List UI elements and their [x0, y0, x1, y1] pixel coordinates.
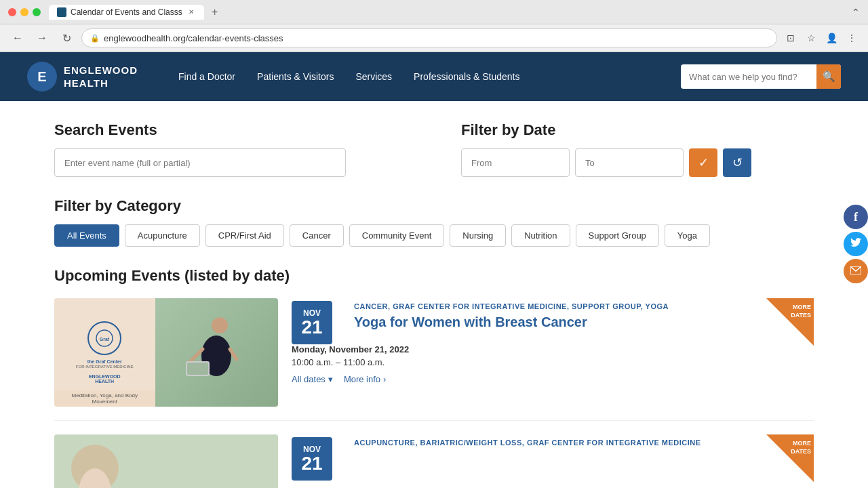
- nav-services[interactable]: Services: [355, 71, 392, 82]
- browser-titlebar: Calendar of Events and Classs ✕ + ⌃: [0, 0, 868, 24]
- more-dates-badge-2[interactable]: MORE DATES: [766, 434, 814, 482]
- event-details-2: NOV 21 ACUPUNCTURE, BARIATRIC/WEIGHT LOS…: [292, 434, 814, 488]
- svg-rect-7: [187, 363, 208, 375]
- new-tab-button[interactable]: +: [207, 4, 223, 20]
- check-icon: ✓: [698, 155, 709, 170]
- svg-line-4: [189, 349, 203, 363]
- dot-green[interactable]: [33, 8, 41, 16]
- browser-dots: [8, 8, 41, 16]
- browser-nav: ← → ↻ 🔒 englewoodhealth.org/calendar-eve…: [0, 24, 868, 52]
- event-date-badge: NOV 21: [292, 301, 332, 344]
- chevron-down-icon: ▾: [328, 374, 333, 384]
- graf-subtitle: FOR INTEGRATIVE MEDICINE: [76, 365, 134, 369]
- graf-logo-circle: Graf: [87, 321, 121, 355]
- header-search-button[interactable]: 🔍: [816, 64, 841, 89]
- category-buttons: All Events Acupuncture CPR/First Aid Can…: [54, 224, 814, 247]
- email-button[interactable]: [844, 259, 868, 283]
- twitter-button[interactable]: [844, 232, 868, 256]
- search-events-title: Search Events: [54, 121, 407, 139]
- event-image-right: [155, 298, 279, 407]
- logo-icon: E: [27, 62, 57, 92]
- event-name[interactable]: Yoga for Women with Breast Cancer: [354, 314, 814, 330]
- badge-day-2: 21: [301, 454, 322, 473]
- address-text: englewoodhealth.org/calendar-events-clas…: [104, 33, 283, 43]
- date-from-input[interactable]: [461, 148, 570, 177]
- event-time-text: 10:00 a.m. – 11:00 a.m.: [292, 357, 814, 367]
- cast-icon[interactable]: ⊡: [783, 30, 799, 46]
- logo-text: ENGLEWOOD HEALTH: [64, 64, 138, 90]
- event-image-caption: Meditation, Yoga, and Body Movement: [54, 390, 155, 407]
- date-to-input[interactable]: [575, 148, 684, 177]
- category-nutrition[interactable]: Nutrition: [511, 224, 570, 247]
- date-check-button[interactable]: ✓: [689, 148, 717, 177]
- search-events-section: Search Events: [54, 121, 407, 177]
- forward-button[interactable]: →: [33, 28, 52, 47]
- event-image: Graf the Graf Center FOR INTEGRATIVE MED…: [54, 298, 278, 407]
- tab-favicon: [57, 7, 66, 17]
- browser-tab[interactable]: Calendar of Events and Classs ✕: [49, 5, 204, 20]
- filter-date-section: Filter by Date ✓ ↺: [461, 121, 814, 177]
- tab-close-button[interactable]: ✕: [186, 7, 196, 17]
- svg-text:Graf: Graf: [100, 337, 110, 342]
- dot-red[interactable]: [8, 8, 16, 16]
- header-search[interactable]: 🔍: [681, 64, 841, 89]
- facebook-button[interactable]: f: [844, 205, 868, 229]
- page-content: Search Events Filter by Date ✓ ↺ Filter …: [41, 101, 827, 488]
- site-header: E ENGLEWOOD HEALTH Find a Doctor Patient…: [0, 52, 868, 101]
- reset-icon: ↺: [732, 155, 743, 170]
- category-cancer[interactable]: Cancer: [290, 224, 344, 247]
- filter-category-section: Filter by Category All Events Acupunctur…: [54, 197, 814, 247]
- filter-category-title: Filter by Category: [54, 197, 814, 215]
- more-info-link[interactable]: More info ›: [344, 374, 387, 384]
- category-acupuncture[interactable]: Acupuncture: [125, 224, 200, 247]
- browser-chrome: Calendar of Events and Classs ✕ + ⌃ ← → …: [0, 0, 868, 52]
- category-yoga[interactable]: Yoga: [665, 224, 710, 247]
- facebook-icon: f: [854, 210, 858, 224]
- upcoming-events-title: Upcoming Events (listed by date): [54, 267, 814, 285]
- category-nursing[interactable]: Nursing: [450, 224, 506, 247]
- site-nav: Find a Doctor Patients & Visitors Servic…: [178, 71, 681, 82]
- back-button[interactable]: ←: [8, 28, 27, 47]
- event-details: NOV 21 CANCER, GRAF CENTER FOR INTEGRATI…: [292, 298, 814, 407]
- chevron-right-icon: ›: [383, 374, 386, 384]
- nav-patients-visitors[interactable]: Patients & Visitors: [257, 71, 334, 82]
- mail-icon: [850, 265, 861, 277]
- reload-button[interactable]: ↻: [57, 28, 76, 47]
- address-bar[interactable]: 🔒 englewoodhealth.org/calendar-events-cl…: [81, 28, 777, 47]
- header-search-input[interactable]: [681, 72, 816, 82]
- more-dates-text-2: MORE DATES: [791, 440, 811, 455]
- search-icon: 🔍: [823, 70, 835, 83]
- category-community-event[interactable]: Community Event: [349, 224, 445, 247]
- nav-right-icons: ⊡ ☆ 👤 ⋮: [783, 30, 860, 46]
- tab-title: Calendar of Events and Classs: [71, 7, 182, 17]
- filter-date-title: Filter by Date: [461, 121, 814, 139]
- event-card: Graf the Graf Center FOR INTEGRATIVE MED…: [54, 298, 814, 421]
- search-events-input[interactable]: [54, 148, 346, 177]
- bookmark-icon[interactable]: ☆: [803, 30, 819, 46]
- category-support-group[interactable]: Support Group: [576, 224, 659, 247]
- event-links: All dates ▾ More info ›: [292, 374, 814, 384]
- event-tags-2: ACUPUNCTURE, BARIATRIC/WEIGHT LOSS, GRAF…: [354, 437, 814, 447]
- graf-center-text: the Graf Center: [87, 359, 122, 365]
- event-card-2: NOV 21 ACUPUNCTURE, BARIATRIC/WEIGHT LOS…: [54, 434, 814, 488]
- svg-point-2: [212, 317, 228, 333]
- event-date-text: Monday, November 21, 2022: [292, 344, 814, 354]
- logo-area[interactable]: E ENGLEWOOD HEALTH: [27, 62, 138, 92]
- more-dates-badge[interactable]: MORE DATES: [766, 298, 814, 346]
- nav-professionals-students[interactable]: Professionals & Students: [414, 71, 519, 82]
- dot-yellow[interactable]: [20, 8, 28, 16]
- minimize-icon[interactable]: ⌃: [852, 7, 860, 18]
- event-tags: CANCER, GRAF CENTER FOR INTEGRATIVE MEDI…: [354, 301, 814, 310]
- profile-icon[interactable]: 👤: [823, 30, 840, 46]
- more-dates-text: MORE DATES: [791, 304, 811, 319]
- person-image: [155, 298, 279, 407]
- all-dates-link[interactable]: All dates ▾: [292, 374, 333, 384]
- more-options-icon[interactable]: ⋮: [844, 30, 860, 46]
- filter-row: Search Events Filter by Date ✓ ↺: [54, 121, 814, 177]
- category-all-events[interactable]: All Events: [54, 224, 119, 247]
- event-image-2: [54, 434, 278, 488]
- date-reset-button[interactable]: ↺: [723, 148, 751, 177]
- category-cpr-first-aid[interactable]: CPR/First Aid: [205, 224, 284, 247]
- nav-find-doctor[interactable]: Find a Doctor: [178, 71, 235, 82]
- twitter-icon: [850, 238, 861, 250]
